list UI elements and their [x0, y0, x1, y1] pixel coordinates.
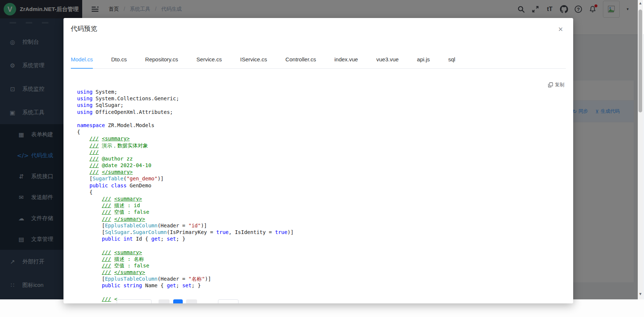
- code-line: using SqlSugar;: [77, 102, 573, 108]
- screen: V ZrAdmin.NET-后台管理 首页 / 系统工具 / 代码生成: [0, 0, 644, 317]
- code-line: {: [77, 129, 573, 135]
- tab-Repository.cs[interactable]: Repository.cs: [145, 56, 178, 68]
- code-line: /// @date 2022-04-10: [77, 162, 573, 169]
- code-line: /// @author zz: [77, 155, 573, 162]
- code-line: [77, 115, 573, 122]
- tab-sql[interactable]: sql: [448, 56, 455, 68]
- next-page-button[interactable]: [186, 299, 197, 303]
- browser-scrollbar[interactable]: ▲ ▼: [638, 0, 643, 299]
- code-line: using System.Collections.Generic;: [77, 95, 573, 102]
- code-line: public int Id { get; set; }: [77, 235, 573, 242]
- code-block: using System;using System.Collections.Ge…: [77, 89, 573, 303]
- code-line: [SqlSugar.SugarColumn(IsPrimaryKey = tru…: [77, 229, 573, 235]
- code-preview-dialog: 代码预览 × Model.csDto.csRepository.csServic…: [63, 18, 573, 303]
- code-line: [77, 242, 573, 249]
- code-line: /// <summary>: [77, 249, 573, 256]
- code-line: public string Name { get; set; }: [77, 282, 573, 289]
- code-line: /// 空值 : false: [77, 262, 573, 269]
- active-page-button[interactable]: [173, 299, 183, 303]
- tab-api.js[interactable]: api.js: [417, 56, 430, 68]
- code-line: /// </summary>: [77, 169, 573, 175]
- code-line: /// 演示，数据实体对象: [77, 142, 573, 149]
- code-line: using OfficeOpenXml.Attributes;: [77, 109, 573, 115]
- modal-tabs: Model.csDto.csRepository.csService.csISe…: [71, 56, 566, 69]
- scroll-down-arrow[interactable]: ▼: [638, 292, 643, 296]
- code-line: ///: [77, 149, 573, 155]
- code-line: public class GenDemo: [77, 182, 573, 189]
- tab-Model.cs[interactable]: Model.cs: [71, 56, 93, 69]
- code-line: /// <summary>: [77, 135, 573, 142]
- code-line: /// 描述 : 名称: [77, 256, 573, 262]
- code-line: using System;: [77, 89, 573, 95]
- prev-page-button[interactable]: [159, 299, 170, 303]
- tab-index.vue[interactable]: index.vue: [334, 56, 358, 68]
- code-line: /// 描述 : id: [77, 202, 573, 209]
- code-line: /// </summary>: [77, 216, 573, 222]
- code-line: [77, 289, 573, 296]
- copy-button[interactable]: 复制: [548, 82, 564, 88]
- close-icon[interactable]: ×: [558, 25, 563, 33]
- code-line: namespace ZR.Model.Models: [77, 122, 573, 129]
- page-jump-input[interactable]: [218, 299, 239, 303]
- code-line: {: [77, 189, 573, 195]
- code-line: [EpplusTableColumn(Header = "id")]: [77, 222, 573, 229]
- tab-Controller.cs[interactable]: Controller.cs: [285, 56, 316, 68]
- code-line: /// </summary>: [77, 269, 573, 275]
- scroll-up-arrow[interactable]: ▲: [638, 1, 643, 5]
- code-line: /// 空值 : false: [77, 209, 573, 215]
- code-line: [EpplusTableColumn(Header = "名称")]: [77, 275, 573, 282]
- page-size-select[interactable]: [117, 299, 152, 303]
- dialog-title: 代码预览: [71, 24, 97, 33]
- tab-Service.cs[interactable]: Service.cs: [196, 56, 222, 68]
- tab-IService.cs[interactable]: IService.cs: [240, 56, 267, 68]
- code-line: /// <summary>: [77, 195, 573, 202]
- tab-vue3.vue[interactable]: vue3.vue: [376, 56, 399, 68]
- scrollbar-thumb[interactable]: [638, 10, 642, 112]
- copy-icon: [548, 82, 553, 87]
- tab-Dto.cs[interactable]: Dto.cs: [111, 56, 127, 68]
- code-line: [SugarTable("gen_demo")]: [77, 175, 573, 182]
- pagination-partial: [63, 299, 573, 303]
